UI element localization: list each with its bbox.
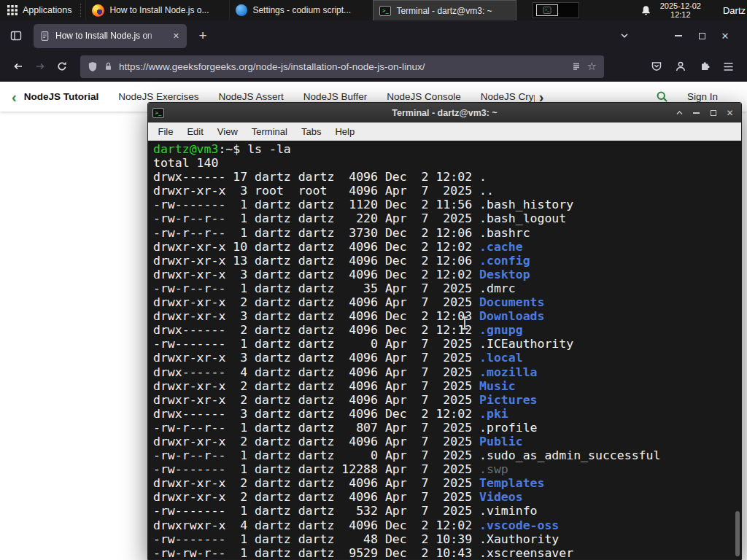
terminal-line: -rw-r--r-- 1 dartz dartz 220 Apr 7 2025 …: [153, 211, 741, 225]
firefox-icon: [92, 4, 104, 17]
notification-bell-icon[interactable]: [640, 5, 651, 16]
terminal-content[interactable]: dartz@vm3:~$ ls -la total 140 drwx------…: [148, 141, 741, 559]
terminal-titlebar[interactable]: Terminal - dartz@vm3: ~ ✕: [148, 103, 741, 122]
maximize-button[interactable]: [705, 110, 721, 116]
mouse-cursor: [464, 317, 465, 329]
terminal-line: drwx------ 2 dartz dartz 4096 Dec 2 12:1…: [153, 323, 741, 337]
terminal-line: -rw-rw-r-- 1 dartz dartz 9529 Dec 2 10:4…: [153, 546, 741, 559]
new-tab-button[interactable]: +: [193, 26, 213, 46]
applications-grid-icon: [7, 5, 18, 15]
terminal-line: drwxr-xr-x 3 dartz dartz 4096 Dec 2 12:0…: [153, 268, 741, 281]
minimize-button[interactable]: [688, 112, 705, 114]
menu-icon[interactable]: [723, 62, 734, 71]
firefox-view-button[interactable]: [6, 26, 26, 46]
terminal-line: drwxrwxr-x 4 dartz dartz 4096 Dec 2 12:0…: [153, 518, 741, 532]
account-icon[interactable]: [675, 61, 686, 72]
terminal-scrollbar[interactable]: [734, 141, 741, 559]
window-minimize-button[interactable]: [667, 35, 690, 36]
terminal-line: drwx------ 4 dartz dartz 4096 Apr 7 2025…: [153, 365, 741, 379]
url-bar[interactable]: https://www.geeksforgeeks.org/node-js/in…: [80, 55, 604, 78]
terminal-line: -rw-r--r-- 1 dartz dartz 3730 Dec 2 12:0…: [153, 226, 741, 240]
terminal-line: drwxr-xr-x 13 dartz dartz 4096 Dec 2 12:…: [153, 254, 741, 268]
window-close-button[interactable]: ✕: [713, 31, 737, 42]
workspace-pager[interactable]: [533, 2, 579, 18]
top-panel: Applications How to Install Node.js o...…: [0, 0, 747, 20]
search-icon[interactable]: [656, 90, 668, 103]
command-text: ls -la: [247, 142, 291, 156]
menu-file[interactable]: File: [151, 126, 180, 137]
close-button[interactable]: ✕: [721, 108, 738, 118]
site-nav-link[interactable]: NodeJS Buffer: [303, 91, 368, 102]
terminal-line: drwx------ 17 dartz dartz 4096 Dec 2 12:…: [153, 170, 741, 184]
prompt-user-host: dartz@vm3: [153, 142, 218, 156]
terminal-icon: [379, 6, 391, 16]
terminal-line: drwx------ 3 dartz dartz 4096 Dec 2 12:0…: [153, 407, 741, 421]
taskbar-label: How to Install Node.js o...: [109, 5, 209, 15]
forward-button[interactable]: [29, 55, 51, 77]
terminal-line: -rw------- 1 dartz dartz 12288 Apr 7 202…: [153, 462, 741, 476]
site-nav-link[interactable]: NodeJS Console: [387, 91, 460, 102]
clock-time: 12:12: [660, 10, 701, 20]
site-nav-link[interactable]: NodeJS Exercises: [118, 91, 198, 102]
browser-tab[interactable]: How to Install Node.js on ✕: [34, 24, 187, 48]
reader-mode-icon[interactable]: [571, 61, 581, 71]
tab-close-icon[interactable]: ✕: [171, 31, 181, 41]
panel-separator: [80, 4, 84, 17]
taskbar-label: Settings - codium script...: [252, 5, 351, 15]
terminal-menubar: File Edit View Terminal Tabs Help: [148, 122, 741, 141]
terminal-line: -rw------- 1 dartz dartz 1120 Dec 2 11:5…: [153, 198, 741, 211]
tab-title: How to Install Node.js on: [55, 31, 166, 41]
terminal-titlebar-icon: [152, 108, 164, 118]
clock-date: 2025-12-02: [660, 1, 701, 11]
sign-in-button[interactable]: Sign In: [687, 91, 718, 102]
reload-button[interactable]: [51, 55, 73, 77]
shield-icon[interactable]: [88, 61, 98, 72]
taskbar-item-codium[interactable]: Settings - codium script...: [229, 0, 373, 20]
site-nav-link[interactable]: NodeJS Crypto: [481, 91, 535, 102]
window-maximize-button[interactable]: [690, 33, 713, 39]
user-menu[interactable]: Dartz: [723, 5, 746, 16]
browser-toolbar: https://www.geeksforgeeks.org/node-js/in…: [0, 51, 747, 82]
scrollbar-thumb[interactable]: [735, 511, 740, 556]
menu-tabs[interactable]: Tabs: [294, 126, 328, 137]
terminal-line: -rw------- 1 dartz dartz 48 Dec 2 10:39 …: [153, 532, 741, 546]
menu-edit[interactable]: Edit: [180, 126, 210, 137]
site-nav-link[interactable]: NodeJS Assert: [218, 91, 283, 102]
taskbar-item-browser[interactable]: How to Install Node.js o...: [85, 0, 229, 20]
page-favicon-icon: [39, 31, 50, 42]
taskbar-label: Terminal - dartz@vm3: ~: [396, 6, 492, 16]
terminal-line: drwxr-xr-x 2 dartz dartz 4096 Apr 7 2025…: [153, 490, 741, 504]
terminal-line: drwxr-xr-x 10 dartz dartz 4096 Dec 2 12:…: [153, 240, 741, 254]
back-button[interactable]: [7, 55, 29, 77]
shade-button[interactable]: [671, 110, 688, 115]
nav-scroll-left-icon[interactable]: ‹: [9, 90, 20, 104]
lock-icon: [104, 61, 113, 71]
terminal-line: drwxr-xr-x 3 dartz dartz 4096 Apr 7 2025…: [153, 351, 741, 365]
applications-menu[interactable]: Applications: [0, 0, 79, 20]
site-nav-link[interactable]: NodeJS Tutorial: [24, 91, 99, 102]
extensions-icon[interactable]: [699, 61, 711, 72]
taskbar-item-terminal[interactable]: Terminal - dartz@vm3: ~: [373, 0, 516, 20]
list-tabs-chevron-icon[interactable]: [616, 33, 633, 39]
clock[interactable]: 2025-12-02 12:12: [660, 1, 701, 20]
terminal-window: Terminal - dartz@vm3: ~ ✕ File Edit View…: [147, 102, 742, 560]
terminal-line: drwxr-xr-x 2 dartz dartz 4096 Apr 7 2025…: [153, 435, 741, 448]
menu-terminal[interactable]: Terminal: [244, 126, 294, 137]
pager-window-icon: [536, 4, 558, 16]
terminal-icon: [543, 7, 551, 14]
terminal-title: Terminal - dartz@vm3: ~: [148, 108, 741, 118]
url-text[interactable]: https://www.geeksforgeeks.org/node-js/in…: [119, 61, 565, 72]
terminal-line: -rw------- 1 dartz dartz 532 Apr 7 2025 …: [153, 504, 741, 518]
firefox-view-icon: [10, 30, 22, 42]
menu-help[interactable]: Help: [328, 126, 362, 137]
terminal-line: drwxr-xr-x 3 dartz dartz 4096 Dec 2 12:0…: [153, 309, 741, 323]
terminal-line: -rw-r--r-- 1 dartz dartz 807 Apr 7 2025 …: [153, 421, 741, 435]
bookmark-star-icon[interactable]: ☆: [587, 60, 597, 73]
terminal-line: drwxr-xr-x 2 dartz dartz 4096 Apr 7 2025…: [153, 476, 741, 490]
codium-icon: [236, 4, 247, 16]
terminal-line: -rw-r--r-- 1 dartz dartz 0 Apr 7 2025 .s…: [153, 448, 741, 462]
menu-view[interactable]: View: [210, 126, 244, 137]
site-nav-items: NodeJS TutorialNodeJS ExercisesNodeJS As…: [24, 91, 535, 102]
terminal-line: -rw-r--r-- 1 dartz dartz 35 Apr 7 2025 .…: [153, 281, 741, 295]
pocket-icon[interactable]: [651, 61, 662, 72]
